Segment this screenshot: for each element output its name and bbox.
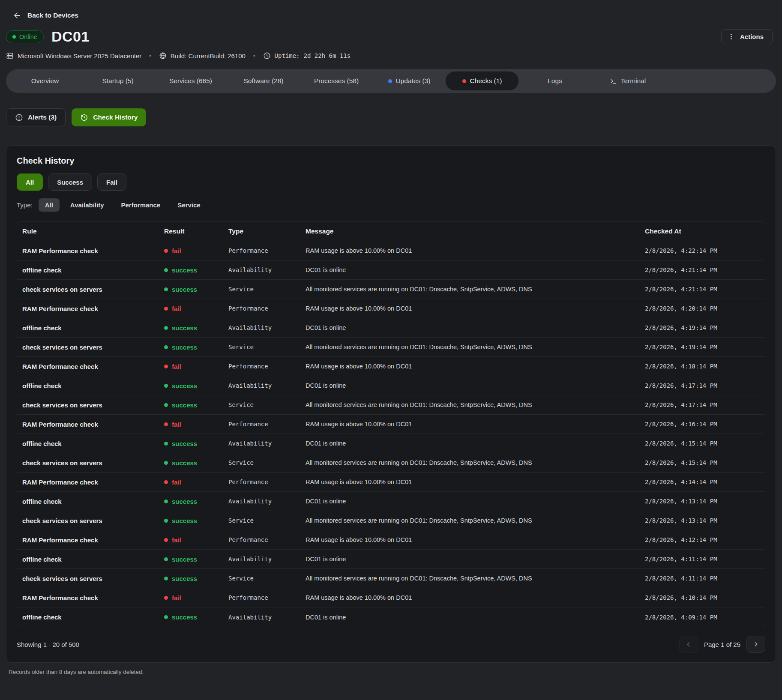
message-cell: All monitored services are running on DC… [300,344,640,350]
table-row[interactable]: RAM Performance check fail Performance R… [17,357,765,376]
checked-at-cell: 2/8/2026, 4:21:14 PM [640,286,765,293]
tab-startup[interactable]: Startup (5) [81,72,154,90]
separator: • [251,53,258,59]
table-row[interactable]: offline check success Availability DC01 … [17,607,765,627]
alerts-button[interactable]: Alerts (3) [6,108,66,126]
result-dot-icon [164,615,168,619]
tab-overview[interactable]: Overview [9,72,81,90]
prev-page-button[interactable] [679,636,698,653]
device-info-row: Microsoft Windows Server 2025 Datacenter… [0,45,782,60]
type-cell: Performance [223,363,300,370]
table-row[interactable]: RAM Performance check fail Performance R… [17,299,765,318]
table-row[interactable]: check services on servers success Servic… [17,395,765,415]
chevron-right-icon [752,641,759,648]
tab-updates[interactable]: Updates (3) [373,72,446,90]
type-cell: Service [223,517,300,524]
pagination: Page 1 of 25 [679,636,765,653]
table-row[interactable]: offline check success Availability DC01 … [17,260,765,280]
type-cell: Availability [223,324,300,331]
check-history-button[interactable]: Check History [72,108,146,126]
alert-circle-icon [15,114,23,122]
table-row[interactable]: RAM Performance check fail Performance R… [17,473,765,492]
table-footer: Showing 1 - 20 of 500 Page 1 of 25 [17,636,765,653]
server-icon [6,52,14,60]
type-performance-option[interactable]: Performance [115,198,167,212]
actions-button[interactable]: Actions [721,29,773,44]
table-row[interactable]: check services on servers success Servic… [17,511,765,530]
next-page-button[interactable] [746,636,765,653]
table-row[interactable]: offline check success Availability DC01 … [17,376,765,395]
message-cell: DC01 is online [300,498,640,505]
rule-cell: RAM Performance check [17,305,159,312]
filter-all-button[interactable]: All [17,174,43,191]
rule-cell: offline check [17,440,159,447]
tab-label: Overview [31,77,59,85]
panel-title: Check History [17,156,765,166]
build-info: Build: CurrentBuild: 26100 [159,52,246,60]
chevron-left-icon [685,641,692,648]
checked-at-cell: 2/8/2026, 4:13:14 PM [640,498,765,505]
table-row[interactable]: RAM Performance check fail Performance R… [17,530,765,550]
rule-cell: RAM Performance check [17,594,159,601]
result-label: fail [172,305,181,312]
table-row[interactable]: check services on servers success Servic… [17,280,765,299]
result-dot-icon [164,326,168,330]
table-row[interactable]: RAM Performance check fail Performance R… [17,241,765,260]
tab-software[interactable]: Software (28) [227,72,300,90]
tab-terminal[interactable]: Terminal [591,72,664,90]
result-cell: success [159,556,223,563]
table-row[interactable]: check services on servers success Servic… [17,569,765,588]
tab-logs[interactable]: Logs [518,72,591,90]
filter-success-button[interactable]: Success [48,174,92,191]
message-cell: All monitored services are running on DC… [300,459,640,466]
table-row[interactable]: check services on servers success Servic… [17,453,765,473]
checked-at-cell: 2/8/2026, 4:17:14 PM [640,382,765,389]
type-cell: Availability [223,440,300,447]
message-cell: DC01 is online [300,614,640,621]
tab-label: Terminal [621,77,646,85]
check-history-table: Rule Result Type Message Checked At RAM … [17,221,765,627]
tab-services[interactable]: Services (665) [154,72,227,90]
back-to-devices-link[interactable]: Back to Devices [13,11,78,20]
table-row[interactable]: offline check success Availability DC01 … [17,318,765,338]
type-filter-group: Type: All Availability Performance Servi… [17,198,765,212]
rule-cell: check services on servers [17,459,159,467]
tab-label: Updates (3) [396,77,431,85]
type-availability-option[interactable]: Availability [64,198,111,212]
table-row[interactable]: offline check success Availability DC01 … [17,434,765,453]
checks-subnav: Alerts (3) Check History [0,93,782,126]
os-label: Microsoft Windows Server 2025 Datacenter [18,52,141,60]
top-bar: Back to Devices [0,0,782,20]
separator: • [147,53,154,59]
tab-processes[interactable]: Processes (58) [300,72,373,90]
tab-checks[interactable]: Checks (1) [446,72,518,90]
table-row[interactable]: RAM Performance check fail Performance R… [17,588,765,607]
checked-at-cell: 2/8/2026, 4:09:14 PM [640,614,765,621]
type-all-option[interactable]: All [39,198,60,212]
type-cell: Performance [223,247,300,254]
result-cell: success [159,459,223,467]
rule-cell: offline check [17,556,159,563]
table-row[interactable]: RAM Performance check fail Performance R… [17,415,765,434]
result-cell: fail [159,305,223,312]
result-dot-icon [164,249,168,253]
table-row[interactable]: offline check success Availability DC01 … [17,550,765,569]
rule-cell: RAM Performance check [17,247,159,254]
type-cell: Service [223,344,300,350]
result-label: fail [172,594,181,601]
table-row[interactable]: check services on servers success Servic… [17,338,765,357]
alerts-label: Alerts (3) [28,114,57,121]
result-cell: fail [159,421,223,428]
table-row[interactable]: offline check success Availability DC01 … [17,492,765,511]
checked-at-cell: 2/8/2026, 4:12:14 PM [640,536,765,543]
checked-at-cell: 2/8/2026, 4:13:14 PM [640,517,765,524]
filter-fail-button[interactable]: Fail [97,174,126,191]
result-label: success [172,440,197,447]
type-cell: Service [223,459,300,466]
result-label: success [172,556,197,563]
checked-at-cell: 2/8/2026, 4:21:14 PM [640,266,765,273]
checked-at-cell: 2/8/2026, 4:11:14 PM [640,556,765,562]
type-cell: Availability [223,614,300,621]
type-service-option[interactable]: Service [171,198,207,212]
page-title: DC01 [51,28,90,45]
